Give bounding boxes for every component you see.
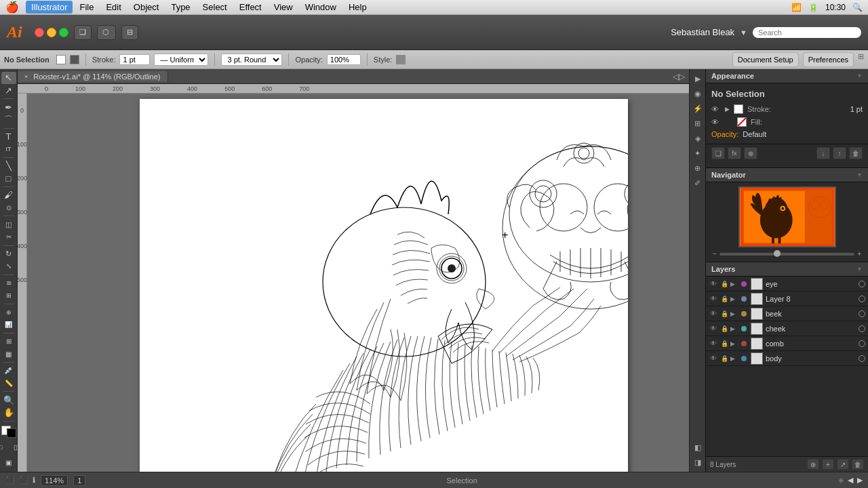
- layer-lock-icon-comb[interactable]: 🔒: [719, 340, 729, 347]
- panel-icon-8[interactable]: ✐: [691, 176, 705, 190]
- search-input[interactable]: [753, 27, 861, 38]
- layer-eye-icon-eye[interactable]: 👁: [709, 280, 718, 287]
- zoom-tool[interactable]: 🔍: [1, 394, 16, 406]
- menu-view[interactable]: View: [269, 1, 298, 14]
- stroke-swatch[interactable]: [70, 55, 79, 64]
- panel-icon-1[interactable]: ▶: [691, 72, 705, 85]
- stroke-expand-icon[interactable]: ▶: [725, 106, 730, 113]
- fill-swatch[interactable]: [56, 55, 66, 64]
- blob-brush-tool[interactable]: ⊙: [1, 202, 16, 214]
- layer-lock-icon-cheek[interactable]: 🔒: [719, 325, 729, 332]
- panel-icon-5[interactable]: ◈: [691, 131, 705, 145]
- duplicate-item-icon[interactable]: ↑: [833, 147, 846, 159]
- stroke-profile-select[interactable]: — Uniform: [154, 54, 208, 66]
- mesh-tool[interactable]: ⊞: [1, 336, 16, 348]
- type-tool[interactable]: T: [1, 131, 16, 143]
- color-selector[interactable]: [1, 426, 16, 438]
- layer-row-beek[interactable]: 👁 🔒 ▶ beek: [706, 306, 868, 321]
- panel-icon-3[interactable]: ⚡: [691, 102, 705, 115]
- eraser-tool[interactable]: ◫: [1, 218, 16, 230]
- document-setup-button[interactable]: Document Setup: [732, 52, 799, 67]
- workspace-button[interactable]: ⬡: [97, 25, 116, 40]
- curvature-tool[interactable]: ⌒: [1, 114, 16, 126]
- menu-help[interactable]: Help: [343, 1, 372, 14]
- arrow-left-status[interactable]: ◀: [848, 476, 853, 485]
- reduce-appearance-icon[interactable]: ↓: [816, 147, 830, 159]
- layers-collapse-icon[interactable]: ▼: [856, 266, 863, 272]
- menu-edit[interactable]: Edit: [100, 1, 126, 14]
- canvas-content[interactable]: +: [27, 94, 689, 472]
- stroke-color-swatch[interactable]: [734, 104, 743, 114]
- navigator-thumbnail[interactable]: [738, 186, 836, 247]
- delete-layer-button[interactable]: 🗑: [852, 459, 864, 470]
- scissors-tool[interactable]: ✂: [1, 231, 16, 243]
- panel-icon-9[interactable]: ◧: [691, 441, 705, 454]
- measure-tool[interactable]: 📏: [1, 378, 16, 390]
- menu-select[interactable]: Select: [197, 1, 233, 14]
- close-button[interactable]: [35, 28, 44, 37]
- create-sublayer-button[interactable]: +: [822, 459, 834, 470]
- zoom-slider[interactable]: [719, 253, 854, 256]
- panel-icon-6[interactable]: ✦: [691, 146, 705, 160]
- selection-tool[interactable]: ↖: [1, 72, 16, 84]
- menu-window[interactable]: Window: [300, 1, 342, 14]
- menu-illustrator[interactable]: Illustrator: [26, 1, 73, 14]
- area-type-tool[interactable]: IT: [1, 143, 16, 155]
- panel-icon-4[interactable]: ⊞: [691, 117, 705, 130]
- move-selection-button[interactable]: ↗: [837, 459, 849, 470]
- layer-eye-icon-layer8[interactable]: 👁: [709, 295, 718, 302]
- layer-eye-icon-beek[interactable]: 👁: [709, 310, 718, 317]
- layer-eye-icon-body[interactable]: 👁: [709, 354, 718, 362]
- normal-mode[interactable]: □: [0, 440, 8, 455]
- appearance-panel-header[interactable]: Appearance ▼: [706, 69, 868, 83]
- layer-eye-icon-comb[interactable]: 👁: [709, 340, 718, 347]
- pen-tool[interactable]: ✒: [1, 101, 16, 113]
- preferences-button[interactable]: Preferences: [803, 52, 854, 67]
- arrow-right-status[interactable]: ▶: [857, 476, 863, 485]
- layer-row-comb[interactable]: 👁 🔒 ▶ comb: [706, 336, 868, 351]
- menu-effect[interactable]: Effect: [234, 1, 267, 14]
- arrangement-button[interactable]: ❑: [74, 25, 92, 40]
- spotlight-icon[interactable]: 🔍: [852, 3, 863, 12]
- layer-expand-eye[interactable]: ▶: [730, 281, 738, 287]
- canvas-tab[interactable]: × Rooster-v1.ai* @ 114% (RGB/Outline): [18, 71, 168, 82]
- warp-tool[interactable]: ≋: [1, 277, 16, 289]
- layer-lock-icon-beek[interactable]: 🔒: [719, 310, 729, 317]
- delete-item-icon[interactable]: 🗑: [849, 147, 863, 159]
- scale-tool[interactable]: ⤡: [1, 260, 16, 272]
- paintbrush-tool[interactable]: 🖌: [1, 189, 16, 201]
- menu-object[interactable]: Object: [128, 1, 165, 14]
- layer-row-layer8[interactable]: 👁 🔒 ▶ Layer 8: [706, 291, 868, 306]
- gradient-tool[interactable]: ▦: [1, 348, 16, 361]
- behind-mode[interactable]: ◫: [9, 440, 18, 455]
- navigator-collapse-icon[interactable]: ▼: [856, 171, 863, 178]
- layer-row-body[interactable]: 👁 🔒 ▶ body: [706, 351, 868, 366]
- add-new-stroke-icon[interactable]: ❑: [711, 147, 725, 159]
- graph-tool[interactable]: 📊: [1, 319, 16, 331]
- layer-lock-icon-layer8[interactable]: 🔒: [719, 296, 729, 302]
- locate-object-button[interactable]: ⊕: [807, 459, 819, 470]
- brush-select[interactable]: 3 pt. Round: [221, 54, 282, 66]
- line-tool[interactable]: ╲: [1, 160, 16, 172]
- layer-lock-icon-eye[interactable]: 🔒: [719, 281, 729, 287]
- layer-lock-icon-body[interactable]: 🔒: [719, 355, 729, 362]
- status-info-icon[interactable]: ℹ: [33, 476, 35, 485]
- symbol-tool[interactable]: ⊕: [1, 306, 16, 319]
- zoom-display[interactable]: 114%: [41, 475, 68, 486]
- fill-visibility-icon[interactable]: 👁: [711, 118, 721, 126]
- hand-tool[interactable]: ✋: [1, 407, 16, 419]
- opacity-input[interactable]: [327, 54, 361, 65]
- apple-menu[interactable]: 🍎: [5, 1, 19, 14]
- layer-expand-cheek[interactable]: ▶: [730, 325, 738, 332]
- fx-icon[interactable]: fx: [728, 147, 741, 159]
- stroke-value-input[interactable]: [119, 54, 150, 65]
- fill-color-swatch[interactable]: [737, 117, 747, 127]
- zoom-slider-thumb[interactable]: [774, 250, 781, 257]
- arrangement-layout-button[interactable]: ⊟: [121, 25, 138, 40]
- menu-type[interactable]: Type: [165, 1, 195, 14]
- layer-row-eye[interactable]: 👁 🔒 ▶ eye: [706, 277, 868, 291]
- status-icon-1[interactable]: ⬛: [5, 476, 15, 485]
- layer-expand-layer8[interactable]: ▶: [730, 296, 738, 302]
- panel-toggle-icon[interactable]: ◁▷: [673, 72, 685, 81]
- maximize-button[interactable]: [59, 28, 68, 37]
